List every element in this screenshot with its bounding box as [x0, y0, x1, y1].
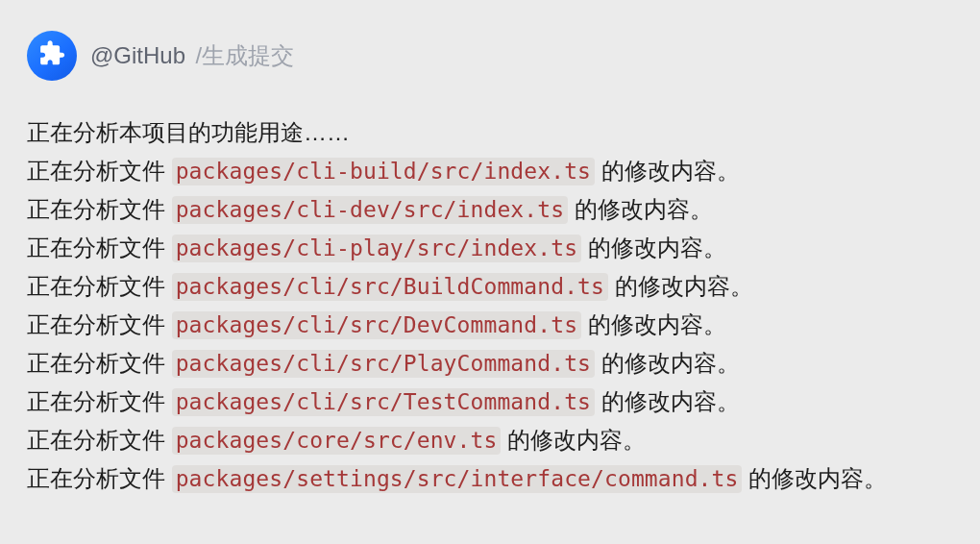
file-line-suffix: 的修改内容。	[595, 388, 740, 414]
file-path-code: packages/cli/src/DevCommand.ts	[172, 311, 581, 339]
file-line: 正在分析文件 packages/cli/src/DevCommand.ts 的修…	[27, 306, 953, 344]
mention[interactable]: @GitHub	[90, 42, 185, 68]
status-line: 正在分析本项目的功能用途……	[27, 113, 953, 152]
file-line: 正在分析文件 packages/settings/src/interface/c…	[27, 459, 953, 498]
file-line-prefix: 正在分析文件	[27, 311, 172, 337]
slash-command[interactable]: /生成提交	[196, 42, 295, 68]
file-line-prefix: 正在分析文件	[27, 350, 172, 376]
file-path-code: packages/cli-dev/src/index.ts	[172, 196, 568, 224]
file-path-code: packages/core/src/env.ts	[172, 427, 502, 455]
file-line: 正在分析文件 packages/cli/src/TestCommand.ts 的…	[27, 383, 953, 421]
file-line-prefix: 正在分析文件	[27, 465, 172, 491]
message-header: @GitHub /生成提交	[27, 31, 953, 81]
file-line: 正在分析文件 packages/cli-play/src/index.ts 的修…	[27, 229, 953, 267]
file-line-prefix: 正在分析文件	[27, 427, 172, 453]
file-line-suffix: 的修改内容。	[501, 427, 646, 453]
header-text: @GitHub /生成提交	[90, 40, 294, 71]
file-line: 正在分析文件 packages/cli/src/BuildCommand.ts …	[27, 267, 953, 306]
file-line: 正在分析文件 packages/cli-dev/src/index.ts 的修改…	[27, 190, 953, 229]
file-line-suffix: 的修改内容。	[608, 273, 753, 299]
file-line-prefix: 正在分析文件	[27, 273, 172, 299]
file-line: 正在分析文件 packages/cli-build/src/index.ts 的…	[27, 152, 953, 190]
file-line-suffix: 的修改内容。	[595, 350, 740, 376]
file-line: 正在分析文件 packages/core/src/env.ts 的修改内容。	[27, 421, 953, 459]
file-line: 正在分析文件 packages/cli/src/PlayCommand.ts 的…	[27, 344, 953, 383]
puzzle-icon	[37, 39, 66, 72]
file-line-suffix: 的修改内容。	[595, 158, 740, 184]
file-line-prefix: 正在分析文件	[27, 196, 172, 222]
file-lines: 正在分析文件 packages/cli-build/src/index.ts 的…	[27, 152, 953, 498]
file-path-code: packages/cli/src/PlayCommand.ts	[172, 350, 595, 378]
file-line-prefix: 正在分析文件	[27, 158, 172, 184]
file-line-suffix: 的修改内容。	[581, 235, 726, 260]
file-path-code: packages/cli/src/TestCommand.ts	[172, 388, 595, 416]
file-line-prefix: 正在分析文件	[27, 388, 172, 414]
file-line-suffix: 的修改内容。	[581, 311, 726, 337]
file-path-code: packages/settings/src/interface/command.…	[172, 465, 743, 493]
file-line-suffix: 的修改内容。	[742, 465, 887, 491]
file-path-code: packages/cli-build/src/index.ts	[172, 158, 595, 185]
file-path-code: packages/cli/src/BuildCommand.ts	[172, 273, 608, 301]
message-body: 正在分析本项目的功能用途…… 正在分析文件 packages/cli-build…	[27, 113, 953, 498]
avatar	[27, 31, 77, 81]
file-line-suffix: 的修改内容。	[568, 196, 713, 222]
file-path-code: packages/cli-play/src/index.ts	[172, 235, 581, 262]
file-line-prefix: 正在分析文件	[27, 235, 172, 260]
chat-message: @GitHub /生成提交 正在分析本项目的功能用途…… 正在分析文件 pack…	[0, 0, 980, 498]
